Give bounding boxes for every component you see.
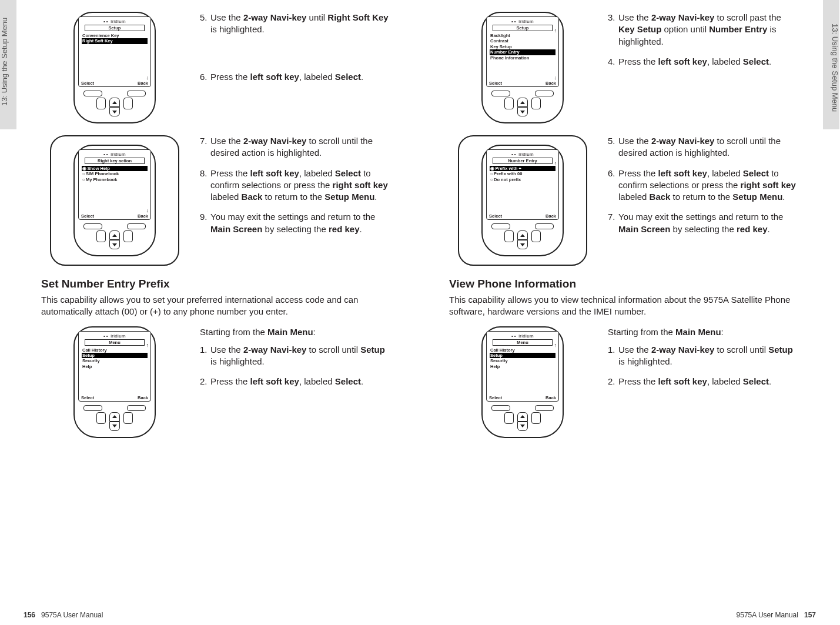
page-right: 13: Using the Setup Menu iridium Setup B… <box>420 0 839 625</box>
right-softkey[interactable] <box>127 223 146 229</box>
navi-down[interactable] <box>109 107 120 116</box>
option: SIM Phonebook <box>82 171 148 176</box>
scroll-down-icon: ↓ <box>146 208 149 213</box>
chapter-tab: 13: Using the Setup Menu <box>0 0 16 129</box>
phone-illustration-5: iridium Number Entry Prefix with + Prefi… <box>458 135 587 266</box>
section-desc: This capability allows you to view techn… <box>449 294 798 318</box>
navi-up[interactable] <box>109 98 120 107</box>
row-phone1: iridium Setup Convenience Key Right Soft… <box>41 12 390 123</box>
phone-illustration-1: iridium Setup Convenience Key Right Soft… <box>41 12 188 123</box>
option: My Phonebook <box>82 177 148 182</box>
phone-illustration-3: iridium Menu Call History Setup Security… <box>73 326 156 438</box>
section-title: Set Number Entry Prefix <box>41 278 390 290</box>
brand: iridium <box>81 19 148 24</box>
phone-illustration-2: iridium Right key action Show Help SIM P… <box>50 135 179 266</box>
soft-right: Back <box>138 81 148 86</box>
row-phone2: iridium Right key action Show Help SIM P… <box>41 135 390 266</box>
menu-item: Convenience Key <box>82 33 148 38</box>
page-left: 13: Using the Setup Menu iridium Setup C… <box>0 0 420 625</box>
phone-illustration-6: iridium Menu Call History Setup Security… <box>481 326 564 438</box>
instructions-5-6: 5.Use the 2-way Navi-key until Right Sof… <box>200 12 390 91</box>
screen-title: Setup <box>85 25 145 31</box>
scroll-up-icon: ↑ <box>146 342 149 348</box>
scroll-down-icon: ↓ <box>146 75 149 81</box>
option-selected: Show Help <box>82 166 148 171</box>
left-softkey[interactable] <box>83 223 102 229</box>
left-softkey[interactable] <box>83 91 102 96</box>
chapter-tab: 13: Using the Setup Menu <box>823 0 839 129</box>
red-key[interactable] <box>123 98 133 109</box>
row-phone3: iridium Menu Call History Setup Security… <box>41 326 390 438</box>
section-title: View Phone Information <box>449 278 798 290</box>
footer-left: 1569575A User Manual <box>18 611 103 619</box>
soft-left: Select <box>81 81 94 86</box>
keypad <box>78 91 151 116</box>
right-softkey[interactable] <box>127 91 146 96</box>
phone-illustration-4: iridium Setup Backlight Contrast Key Set… <box>481 12 564 123</box>
starting-from: Starting from the Main Menu: <box>200 326 390 338</box>
section-desc: This capability allows you to set your p… <box>41 294 390 318</box>
menu-highlight: Right Soft Key <box>82 38 148 44</box>
footer-right: 9575A User Manual157 <box>737 611 822 619</box>
side-key[interactable] <box>96 98 106 109</box>
